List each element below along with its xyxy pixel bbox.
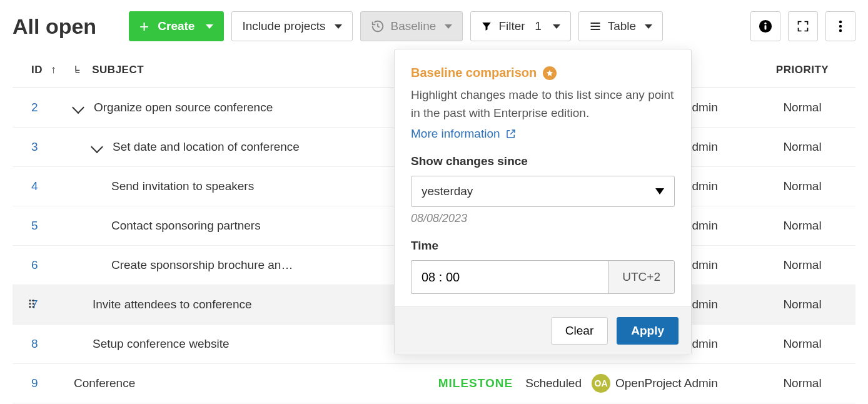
drag-handle-icon[interactable]: ⠿ <box>28 298 37 311</box>
row-subject[interactable]: Organize open source conference <box>94 101 273 114</box>
plus-icon: + <box>139 18 149 34</box>
sort-asc-icon: ↑ <box>51 64 56 76</box>
since-select-value: yesterday <box>421 184 473 198</box>
more-button[interactable] <box>825 11 855 41</box>
table-row[interactable]: 9ConferenceMILESTONEScheduledOAOpenProje… <box>13 364 855 403</box>
fullscreen-icon <box>797 20 809 33</box>
include-projects-button[interactable]: Include projects <box>231 11 352 41</box>
row-priority: Normal <box>749 88 855 128</box>
row-id[interactable]: 9 <box>13 364 69 403</box>
row-id[interactable]: 5 <box>13 206 69 246</box>
fullscreen-button[interactable] <box>788 11 818 41</box>
chevron-down-icon <box>445 24 452 29</box>
since-select[interactable]: yesterday <box>411 176 675 207</box>
filter-button[interactable]: Filter 1 <box>470 11 570 41</box>
row-priority: Normal <box>749 206 855 246</box>
filter-count: 1 <box>533 19 544 33</box>
more-vertical-icon <box>839 20 842 33</box>
create-button-label: Create <box>158 19 194 33</box>
filter-icon <box>481 21 492 32</box>
info-button[interactable] <box>750 11 780 41</box>
row-priority: Normal <box>749 325 855 364</box>
baseline-button[interactable]: Baseline <box>360 11 463 41</box>
view-mode-label: Table <box>608 19 636 33</box>
row-priority: Normal <box>749 364 855 403</box>
milestone-badge: MILESTONE <box>438 376 513 390</box>
column-header-id[interactable]: ID ↑ <box>13 53 69 88</box>
baseline-label: Baseline <box>391 19 437 33</box>
row-priority: Normal <box>749 285 855 325</box>
external-link-icon <box>505 128 517 139</box>
time-label: Time <box>411 239 675 253</box>
create-button[interactable]: + Create <box>129 11 224 41</box>
row-type: MILESTONEScheduled <box>433 364 587 403</box>
row-status: Scheduled <box>525 376 582 390</box>
baseline-popover: Baseline comparison Highlight changes ma… <box>394 49 692 355</box>
clear-button[interactable]: Clear <box>551 317 608 345</box>
avatar: OA <box>592 374 610 393</box>
time-input[interactable] <box>411 260 608 294</box>
view-mode-button[interactable]: Table <box>578 11 663 41</box>
row-id[interactable]: 6 <box>13 246 69 285</box>
row-id[interactable]: 8 <box>13 325 69 364</box>
apply-button[interactable]: Apply <box>617 317 679 345</box>
row-id[interactable]: 3 <box>13 128 69 167</box>
column-header-subject[interactable]: SUBJECT <box>69 53 433 88</box>
row-assignee[interactable]: OAOpenProject Admin <box>592 374 744 393</box>
row-priority: Normal <box>749 128 855 167</box>
svg-point-6 <box>839 21 842 23</box>
assignee-name: OpenProject Admin <box>615 376 718 390</box>
chevron-down-icon <box>655 188 664 194</box>
popover-description: Highlight changes made to this list sinc… <box>411 86 675 122</box>
chevron-down-icon <box>553 24 560 29</box>
row-subject[interactable]: Conference <box>74 376 135 390</box>
row-subject[interactable]: Send invitation to speakers <box>111 179 254 193</box>
row-subject[interactable]: Setup conference website <box>93 337 230 351</box>
row-id[interactable]: 2 <box>13 88 69 128</box>
history-icon <box>371 19 385 33</box>
filter-label: Filter <box>498 19 525 33</box>
chevron-down-icon <box>206 24 213 29</box>
chevron-down-icon <box>645 24 652 29</box>
toolbar: All open + Create Include projects Basel… <box>0 0 868 41</box>
row-priority: Normal <box>749 167 855 206</box>
page-title: All open <box>13 14 96 39</box>
row-subject[interactable]: Contact sponsoring partners <box>111 219 261 233</box>
row-id[interactable]: 4 <box>13 167 69 206</box>
hierarchy-icon <box>74 64 84 74</box>
chevron-down-icon[interactable] <box>91 141 103 153</box>
include-projects-label: Include projects <box>242 19 325 33</box>
timezone-label: UTC+2 <box>608 260 675 294</box>
row-id[interactable]: ⠿7 <box>13 285 69 325</box>
svg-point-8 <box>839 29 842 32</box>
column-header-priority[interactable]: PRIORITY <box>749 53 855 88</box>
table-icon <box>589 20 602 33</box>
chevron-down-icon <box>335 24 342 29</box>
info-icon <box>759 19 772 33</box>
svg-point-7 <box>839 25 842 28</box>
row-priority: Normal <box>749 246 855 285</box>
more-info-link[interactable]: More information <box>411 127 517 141</box>
svg-point-4 <box>764 23 766 24</box>
since-label: Show changes since <box>411 154 675 168</box>
svg-rect-5 <box>765 25 767 29</box>
popover-title: Baseline comparison <box>411 66 537 80</box>
row-subject[interactable]: Invite attendees to conference <box>93 298 252 311</box>
since-date-hint: 08/08/2023 <box>411 212 675 225</box>
chevron-down-icon[interactable] <box>72 101 84 114</box>
enterprise-badge-icon <box>543 66 557 80</box>
row-subject[interactable]: Create sponsorship brochure an… <box>111 258 293 272</box>
row-subject[interactable]: Set date and location of conference <box>113 140 300 154</box>
